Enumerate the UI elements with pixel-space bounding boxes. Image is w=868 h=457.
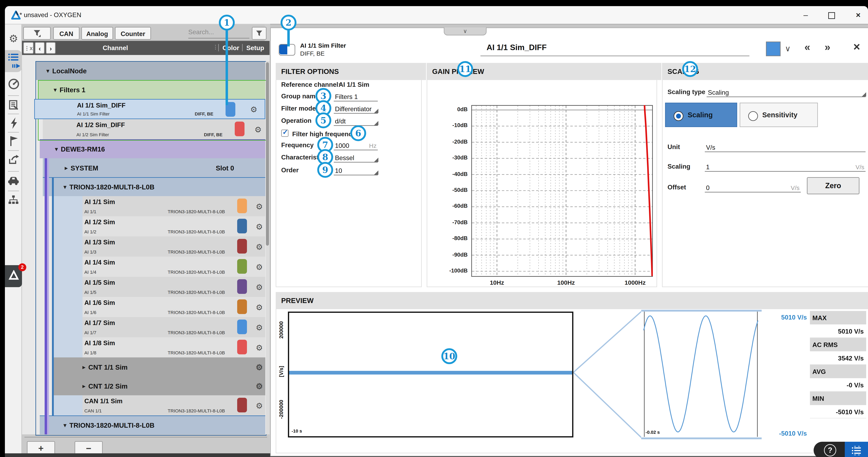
maximize-button[interactable]	[825, 10, 837, 21]
operation-dropdown[interactable]: d/dt	[334, 115, 378, 126]
gear-icon[interactable]: ⚙	[256, 363, 263, 371]
channel-list-toggle-button[interactable]	[845, 442, 868, 457]
gear-icon[interactable]: ⚙	[256, 344, 263, 351]
color-swatch[interactable]	[235, 122, 245, 136]
tab-can[interactable]: CAN	[53, 27, 80, 40]
frequency-input[interactable]: 1000 Hz	[334, 139, 378, 150]
order-dropdown[interactable]: 10	[334, 164, 378, 175]
tab-analog[interactable]: Analog	[81, 27, 113, 40]
gear-icon[interactable]: ⚙	[256, 401, 263, 409]
seg-sensitivity[interactable]: Sensitivity	[740, 103, 818, 127]
filter-mode-dropdown[interactable]: Differentiator	[334, 103, 378, 113]
search-filter-button[interactable]	[252, 27, 267, 40]
dialog-close-button[interactable]: ×	[853, 40, 860, 54]
remove-channel-button[interactable]: −	[74, 441, 103, 455]
gear-icon[interactable]: ⚙	[256, 222, 263, 230]
trigger-icon[interactable]	[9, 117, 18, 129]
color-swatch[interactable]	[237, 279, 247, 294]
channel-row[interactable]: AI 1/4 Sim AI 1/4 TRION3-1820-MULTI-8-L0…	[54, 257, 265, 277]
column-setup[interactable]: Setup	[242, 44, 264, 51]
help-button[interactable]: ?	[824, 444, 836, 456]
scaling-type-dropdown[interactable]: Scaling	[707, 86, 866, 97]
seg-scaling-selected[interactable]: Scaling	[665, 103, 737, 127]
channel-row-cnt[interactable]: ▸CNT 1/2 Sim ⚙	[54, 377, 265, 395]
add-channel-button[interactable]: +	[27, 441, 55, 455]
group-row-filters1[interactable]: ▾Filters 1	[38, 80, 265, 99]
search-input[interactable]: Search...	[188, 28, 249, 38]
group-row-localnode[interactable]: ▾LocalNode	[35, 61, 265, 80]
close-button[interactable]: ×	[852, 10, 864, 21]
color-swatch[interactable]	[237, 340, 247, 354]
gear-icon[interactable]: ⚙	[254, 125, 261, 133]
dialog-collapse-tab[interactable]: ∨	[444, 28, 487, 35]
group-row-dewe3[interactable]: ▾DEWE3-RM16	[40, 139, 265, 158]
color-swatch[interactable]	[237, 239, 247, 254]
channel-row[interactable]: AI 1/1 Sim AI 1/1 TRION3-1820-MULTI-8-L0…	[54, 196, 265, 216]
column-channel[interactable]: Channel	[103, 44, 128, 51]
group-row-trion3[interactable]: ▾TRION3-1820-MULTI-8-L0B	[43, 177, 265, 196]
chevron-down-icon: ▾	[46, 68, 49, 74]
characteristic-dropdown[interactable]: Bessel	[334, 152, 378, 163]
preview-t-label: -10 s	[291, 428, 302, 434]
prev-channel-button[interactable]: «	[804, 41, 810, 54]
scrollbar-thumb[interactable]	[266, 62, 269, 246]
nav-back-button[interactable]: ‹	[35, 42, 44, 54]
nav-forward-button[interactable]: ›	[46, 42, 56, 54]
channel-row-cnt[interactable]: ▸CNT 1/1 Sim ⚙	[54, 357, 265, 377]
color-swatch[interactable]	[237, 299, 247, 314]
dialog-channel-name: AI 1/1 Sim Filter	[300, 42, 346, 49]
group-name-input[interactable]: Filters 1	[334, 90, 378, 101]
gear-icon[interactable]: ⚙	[256, 283, 263, 291]
enable-toggle[interactable]	[279, 44, 295, 56]
channel-row[interactable]: AI 1/2 Sim_DIFF AI 1/2 Sim Filter DIFF, …	[43, 119, 265, 139]
network-icon[interactable]	[8, 195, 19, 205]
channel-row[interactable]: AI 1/8 Sim AI 1/8 TRION3-1820-MULTI-8-L0…	[54, 337, 265, 357]
color-swatch[interactable]	[237, 199, 247, 213]
filter-high-checkbox[interactable]: ✓	[281, 130, 288, 137]
vehicle-icon[interactable]	[7, 175, 20, 186]
gear-icon[interactable]: ⚙	[256, 242, 263, 251]
next-channel-button[interactable]: »	[825, 41, 830, 54]
export-icon[interactable]	[8, 155, 19, 165]
scrollbar-track[interactable]	[266, 61, 269, 434]
measure-screens-icon[interactable]	[8, 78, 20, 90]
scaling-input[interactable]: 1 V/s	[705, 161, 866, 172]
scaling-type-label: Scaling type	[668, 88, 705, 95]
channel-row[interactable]: AI 1/7 Sim AI 1/7 TRION3-1820-MULTI-8-L0…	[54, 317, 265, 337]
unit-input[interactable]: V/s	[705, 141, 866, 152]
channel-name-input[interactable]: AI 1/1 Sim_DIFF	[480, 43, 749, 56]
gear-icon[interactable]: ⚙	[256, 202, 263, 210]
color-swatch[interactable]	[237, 398, 247, 413]
gear-icon[interactable]: ⚙	[256, 323, 263, 331]
filter-button[interactable]	[23, 27, 51, 40]
gear-icon[interactable]: ⚙	[256, 303, 263, 311]
settings-button[interactable]: ⚙	[7, 32, 20, 45]
events-flag-icon[interactable]	[9, 136, 19, 146]
channel-row[interactable]: AI 1/2 Sim AI 1/2 TRION3-1820-MULTI-8-L0…	[54, 216, 265, 236]
gear-icon[interactable]: ⚙	[256, 263, 263, 271]
drag-x-icon: ⋮x	[24, 45, 33, 51]
gear-icon[interactable]: ⚙	[256, 382, 263, 390]
collapse-columns-button[interactable]: ⋮x	[23, 42, 34, 54]
color-swatch[interactable]	[237, 259, 247, 274]
channel-row[interactable]: AI 1/6 Sim AI 1/6 TRION3-1820-MULTI-8-L0…	[54, 297, 265, 317]
column-color[interactable]: Color	[218, 44, 239, 51]
channel-row-selected[interactable]: AI 1/1 Sim_DIFF AI 1/1 Sim Filter DIFF, …	[34, 99, 265, 119]
group-row-system[interactable]: ▸SYSTEM Slot 0	[43, 158, 265, 177]
stat-label: MAX	[810, 311, 866, 324]
offset-input[interactable]: 0 V/s	[705, 182, 801, 192]
channel-row[interactable]: AI 1/3 Sim AI 1/3 TRION3-1820-MULTI-8-L0…	[54, 236, 265, 257]
dialog-color-swatch[interactable]	[766, 41, 781, 56]
tab-counter[interactable]: Counter	[115, 27, 151, 40]
gear-icon[interactable]: ⚙	[250, 105, 257, 113]
color-swatch[interactable]	[237, 320, 247, 334]
color-swatch[interactable]	[237, 219, 247, 233]
minimize-button[interactable]: –	[800, 10, 812, 21]
zero-button[interactable]: Zero	[807, 177, 860, 194]
group-row-trion3-footer[interactable]: ▾TRION3-1820-MULTI-8-L0B	[40, 416, 265, 434]
channel-row[interactable]: CAN 1/1 Sim CAN 1/1 TRION3-1820-MULTI-8-…	[54, 395, 265, 416]
setup-report-icon[interactable]	[8, 100, 19, 110]
channel-row[interactable]: AI 1/5 Sim AI 1/5 TRION3-1820-MULTI-8-L0…	[54, 277, 265, 297]
color-dropdown-chevron[interactable]: ∨	[785, 44, 791, 53]
callout-10: 10	[441, 348, 457, 364]
